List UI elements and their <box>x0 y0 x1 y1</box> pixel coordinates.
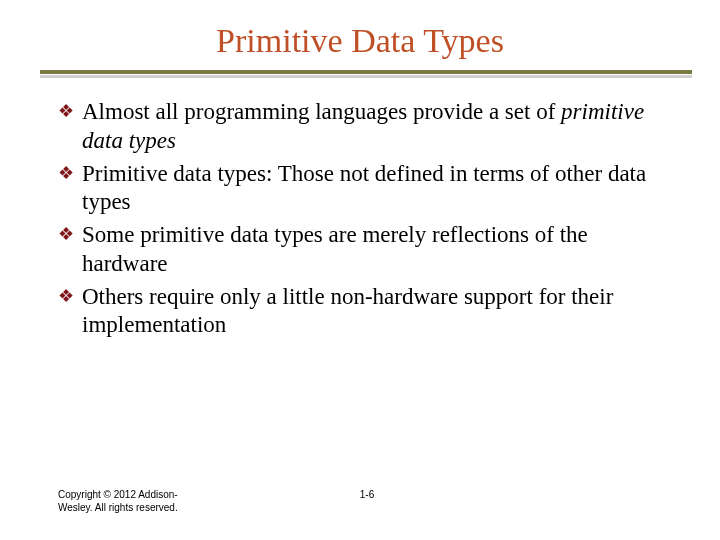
copyright-text: Copyright © 2012 Addison-Wesley. All rig… <box>58 489 208 514</box>
list-item: ❖ Primitive data types: Those not define… <box>58 160 676 218</box>
list-item: ❖ Others require only a little non-hardw… <box>58 283 676 341</box>
slide-title: Primitive Data Types <box>0 0 720 70</box>
bullet-text: Almost all programming languages provide… <box>82 99 561 124</box>
slide-footer: Copyright © 2012 Addison-Wesley. All rig… <box>58 489 676 514</box>
bullet-text: Others require only a little non-hardwar… <box>82 284 613 338</box>
title-underline <box>40 70 692 78</box>
page-number: 1-6 <box>360 489 374 500</box>
bullet-text: Some primitive data types are merely ref… <box>82 222 588 276</box>
list-item: ❖ Some primitive data types are merely r… <box>58 221 676 279</box>
diamond-bullet-icon: ❖ <box>58 164 74 182</box>
diamond-bullet-icon: ❖ <box>58 225 74 243</box>
slide-body: ❖ Almost all programming languages provi… <box>0 78 720 340</box>
diamond-bullet-icon: ❖ <box>58 287 74 305</box>
diamond-bullet-icon: ❖ <box>58 102 74 120</box>
bullet-text: Primitive data types: Those not defined … <box>82 161 646 215</box>
list-item: ❖ Almost all programming languages provi… <box>58 98 676 156</box>
